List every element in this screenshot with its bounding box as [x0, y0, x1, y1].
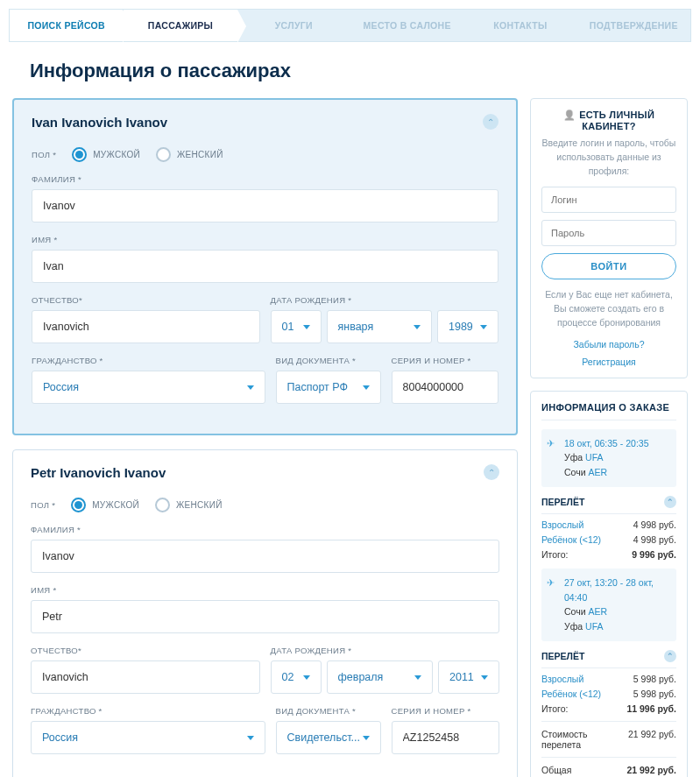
dob-month-select[interactable]: февраля — [327, 660, 434, 694]
doc-num-label: СЕРИЯ И НОМЕР * — [392, 356, 499, 365]
surname-label: ФАМИЛИЯ * — [32, 174, 498, 184]
to-code: AER — [588, 467, 607, 477]
collapse-fare-button[interactable]: ⌃ — [664, 650, 676, 662]
summary-label: Стоимость перелета — [541, 729, 612, 750]
login-input[interactable] — [541, 187, 676, 213]
passenger-name-heading: Ivan Ivanovich Ivanov — [32, 115, 167, 130]
doc-num-input[interactable] — [392, 371, 499, 404]
dob-label: ДАТА РОЖДЕНИЯ * — [271, 295, 499, 305]
order-title: ИНФОРМАЦИЯ О ЗАКАЗЕ — [541, 402, 676, 420]
dob-day-select[interactable]: 01 — [271, 310, 322, 343]
summary-value: 21 992 руб. — [628, 729, 676, 750]
fare-label: Ребёнок (<12) — [541, 689, 601, 699]
patronymic-label: ОТЧЕСТВО* — [32, 295, 260, 305]
doc-type-label: ВИД ДОКУМЕНТА * — [276, 356, 381, 365]
collapse-button[interactable]: ⌃ — [483, 114, 498, 130]
from-city: Сочи — [564, 606, 586, 617]
doc-type-select[interactable]: Свидетельст... — [276, 721, 381, 754]
plane-icon — [547, 576, 555, 590]
citizenship-select[interactable]: Россия — [31, 721, 265, 754]
gender-male-radio[interactable]: МУЖСКОЙ — [71, 498, 139, 512]
name-input[interactable] — [31, 600, 499, 633]
from-city: Уфа — [564, 452, 583, 463]
from-code: AER — [588, 606, 607, 617]
segment-time: 27 окт, 13:20 - 28 окт, 04:40 — [564, 576, 669, 605]
gender-female-radio[interactable]: ЖЕНСКИЙ — [155, 498, 223, 512]
citizenship-label: ГРАЖДАНСТВО * — [32, 356, 265, 365]
passenger-name-heading: Petr Ivanovich Ivanov — [31, 465, 166, 480]
name-label: ИМЯ * — [31, 585, 499, 595]
fare-value: 4 998 руб. — [633, 519, 676, 530]
from-code: UFA — [585, 452, 603, 463]
tab-contacts[interactable]: КОНТАКТЫ — [463, 10, 576, 41]
doc-type-select[interactable]: Паспорт РФ — [276, 371, 381, 404]
fare-value: 5 998 руб. — [633, 674, 676, 684]
dob-day-select[interactable]: 02 — [271, 660, 322, 694]
female-label: ЖЕНСКИЙ — [177, 150, 223, 159]
collapse-button[interactable]: ⌃ — [484, 464, 499, 480]
login-panel-title: ЕСТЬ ЛИЧНЫЙ КАБИНЕТ? — [541, 109, 676, 131]
doc-num-input[interactable] — [392, 721, 500, 754]
chevron-down-icon — [363, 385, 370, 390]
segment-time: 18 окт, 06:35 - 20:35 — [564, 436, 669, 451]
fare-heading: ПЕРЕЛЁТ ⌃ — [541, 650, 676, 668]
male-label: МУЖСКОЙ — [92, 500, 139, 510]
dob-year-select[interactable]: 1989 — [437, 310, 498, 343]
dob-year-select[interactable]: 2011 — [438, 660, 499, 694]
to-code: UFA — [585, 621, 603, 632]
register-link[interactable]: Регистрация — [541, 357, 676, 367]
gender-female-radio[interactable]: ЖЕНСКИЙ — [156, 147, 223, 162]
to-city: Уфа — [564, 621, 583, 632]
chevron-down-icon — [303, 325, 310, 329]
chevron-down-icon — [481, 675, 488, 680]
passenger-card: Petr Ivanovich Ivanov ⌃ ПОЛ * МУЖСКОЙ ЖЕ… — [12, 449, 518, 777]
fare-value: 5 998 руб. — [633, 689, 676, 699]
flight-segment: 18 окт, 06:35 - 20:35 Уфа UFA Сочи AER — [541, 429, 676, 487]
summary-label: Общая стоимость — [541, 765, 612, 777]
chevron-down-icon — [480, 325, 487, 329]
flight-segment: 27 окт, 13:20 - 28 окт, 04:40 Сочи AER У… — [541, 569, 676, 641]
citizenship-label: ГРАЖДАНСТВО * — [31, 706, 265, 716]
gender-label: ПОЛ * — [32, 150, 56, 159]
chevron-up-icon: ⌃ — [487, 117, 494, 127]
name-label: ИМЯ * — [32, 235, 498, 244]
tab-passengers[interactable]: ПАССАЖИРЫ — [124, 10, 237, 41]
fare-label: Ребёнок (<12) — [541, 534, 601, 545]
gender-male-radio[interactable]: МУЖСКОЙ — [72, 147, 140, 162]
tab-services[interactable]: УСЛУГИ — [237, 10, 350, 41]
surname-input[interactable] — [32, 189, 498, 223]
chevron-down-icon — [414, 675, 421, 680]
tab-search[interactable]: ПОИСК РЕЙСОВ — [10, 10, 124, 41]
fare-value: 4 998 руб. — [633, 534, 676, 545]
male-label: МУЖСКОЙ — [93, 150, 140, 159]
female-label: ЖЕНСКИЙ — [176, 500, 223, 510]
fare-total-value: 11 996 руб. — [626, 703, 676, 714]
patronymic-input[interactable] — [31, 660, 260, 694]
chevron-down-icon — [247, 385, 254, 390]
tab-confirm[interactable]: ПОДТВЕРЖДЕНИЕ — [577, 10, 690, 41]
plane-icon — [547, 436, 555, 451]
name-input[interactable] — [32, 250, 498, 283]
login-panel: ЕСТЬ ЛИЧНЫЙ КАБИНЕТ? Введите логин и пар… — [530, 98, 688, 378]
dob-label: ДАТА РОЖДЕНИЯ * — [271, 646, 500, 655]
patronymic-input[interactable] — [32, 310, 260, 343]
patronymic-label: ОТЧЕСТВО* — [31, 646, 260, 655]
surname-input[interactable] — [31, 540, 499, 573]
chevron-down-icon — [303, 675, 310, 680]
dob-month-select[interactable]: января — [327, 310, 433, 343]
forgot-password-link[interactable]: Забыли пароль? — [541, 339, 676, 350]
collapse-fare-button[interactable]: ⌃ — [664, 496, 676, 508]
chevron-up-icon: ⌃ — [488, 468, 495, 477]
chevron-down-icon — [247, 736, 254, 740]
login-button[interactable]: ВОЙТИ — [541, 253, 676, 279]
chevron-down-icon — [414, 325, 421, 329]
fare-label: Взрослый — [541, 519, 583, 530]
fare-heading: ПЕРЕЛЁТ ⌃ — [541, 496, 676, 514]
passenger-card: Ivan Ivanovich Ivanov ⌃ ПОЛ * МУЖСКОЙ ЖЕ… — [12, 98, 518, 435]
gender-label: ПОЛ * — [31, 500, 55, 510]
citizenship-select[interactable]: Россия — [32, 371, 265, 404]
tab-seat[interactable]: МЕСТО В САЛОНЕ — [350, 10, 463, 41]
password-input[interactable] — [541, 220, 676, 246]
fare-total-label: Итого: — [541, 549, 568, 560]
doc-num-label: СЕРИЯ И НОМЕР * — [392, 706, 500, 716]
